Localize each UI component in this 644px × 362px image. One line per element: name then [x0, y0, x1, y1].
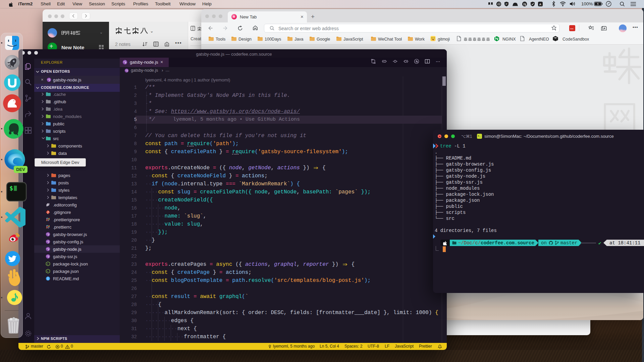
- svg-text:n: n: [47, 270, 48, 273]
- svg-text:n: n: [47, 263, 48, 265]
- svg-text:$: $: [9, 185, 13, 192]
- svg-text:P: P: [506, 3, 507, 6]
- svg-text:A: A: [539, 3, 542, 6]
